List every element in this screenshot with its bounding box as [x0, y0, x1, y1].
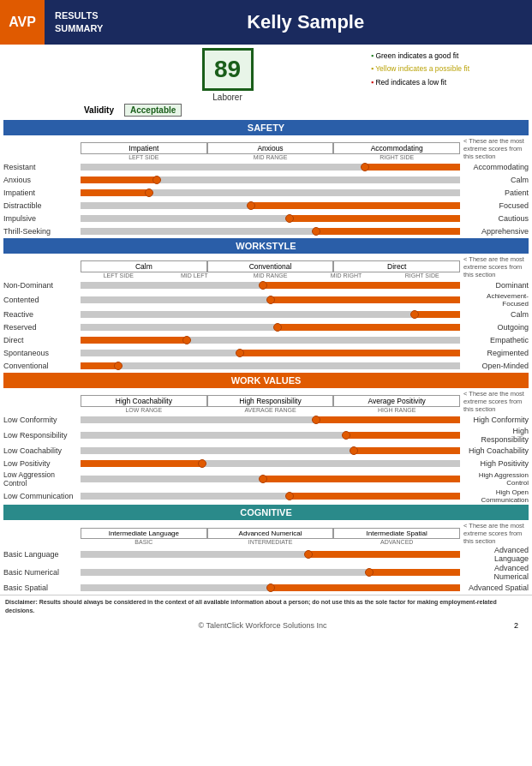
table-row: Low Aggression Control High Aggression C… — [3, 470, 529, 488]
table-row: Resistant Accommodating — [3, 161, 529, 173]
table-row: Reserved Outgoing — [3, 321, 529, 333]
workstyle-scale-1: Calm — [81, 260, 207, 272]
table-row: Reactive Calm — [3, 308, 529, 320]
candidate-name: Kelly Sample — [113, 11, 532, 33]
cognitive-traits: Basic Language Advanced Language Basic N… — [3, 546, 529, 594]
workstyle-scale-3: Direct — [333, 260, 460, 272]
trait-left-resistant: Resistant — [3, 163, 81, 171]
table-row: Impulsive Cautious — [3, 212, 529, 224]
table-row: Low Conformity High Conformity — [3, 414, 529, 426]
safety-sub-3: RIGHT SIDE — [333, 154, 460, 160]
table-row: Basic Spatial Advanced Spatial — [3, 582, 529, 594]
work-values-header: WORK VALUES — [3, 373, 529, 388]
wv-extreme-note: < These are the most extreme scores from… — [460, 390, 529, 413]
score-label: Laborer — [212, 93, 242, 102]
table-row: Basic Language Advanced Language — [3, 546, 529, 563]
wv-scale-2: High Responsibility — [207, 395, 334, 407]
legend-area: ▪ Green indicates a good fit ▪ Yellow in… — [371, 48, 525, 89]
workstyle-extreme-note: < These are the most extreme scores from… — [460, 255, 529, 278]
page-number: 2 — [392, 621, 525, 630]
table-row: Impatient Patient — [3, 187, 529, 199]
header: AVP RESULTS SUMMARY Kelly Sample — [0, 0, 532, 45]
safety-header: SAFETY — [3, 120, 529, 135]
disclaimer: Disclaimer: Results should always be con… — [0, 595, 532, 618]
safety-scale-row: Impatient Anxious Accommodating LEFT SID… — [3, 137, 529, 160]
workstyle-scale-row: Calm Conventional Direct LEFT SIDE MID L… — [3, 255, 529, 278]
legend-green: ▪ Green indicates a good fit — [371, 50, 525, 63]
workstyle-header: WORKSTYLE — [3, 238, 529, 254]
validity-area: Validity Acceptable — [0, 102, 532, 120]
validity-label: Validity — [84, 105, 114, 115]
trait-bar-resistant — [81, 161, 460, 173]
table-row: Low Positivity High Positivity — [3, 458, 529, 470]
wv-scale-1: High Coachability — [81, 395, 207, 407]
cog-scale-3: Intermediate Spatial — [333, 528, 460, 539]
safety-scale-2: Anxious — [207, 142, 334, 154]
table-row: Conventional Open-Minded — [3, 360, 529, 372]
table-row: Low Responsibility High Responsibility — [3, 427, 529, 444]
safety-extreme-note: < These are the most extreme scores from… — [460, 137, 529, 160]
safety-traits: Resistant Accommodating Anxious — [3, 161, 529, 237]
cognitive-header: COGNITIVE — [3, 505, 529, 520]
safety-sub-1: LEFT SIDE — [81, 154, 207, 160]
cog-scale-1: Intermediate Language — [81, 528, 207, 539]
table-row: Contented Achievement-Focused — [3, 292, 529, 308]
safety-sub-2: MID RANGE — [207, 154, 334, 160]
table-row: Non-Dominant Dominant — [3, 279, 529, 291]
work-values-traits: Low Conformity High Conformity Low Respo… — [3, 414, 529, 504]
wv-scale-3: Average Positivity — [333, 395, 460, 407]
main-content: SAFETY Impatient Anxious Accommodating L… — [0, 120, 532, 594]
table-row: Direct Empathetic — [3, 334, 529, 346]
app-container: AVP RESULTS SUMMARY Kelly Sample 89 Labo… — [0, 0, 532, 633]
trait-right-resistant: Accommodating — [460, 163, 529, 171]
workstyle-scale-2: Conventional — [207, 260, 334, 272]
table-row: Basic Numerical Advanced Numerical — [3, 564, 529, 581]
disclaimer-text: Disclaimer: Results should always be con… — [5, 599, 497, 613]
safety-scale-3: Accommodating — [333, 142, 460, 154]
table-row: Low Coachability High Coachability — [3, 445, 529, 457]
avp-logo: AVP — [0, 0, 45, 45]
table-row: Spontaneous Regimented — [3, 347, 529, 359]
safety-scale-1: Impatient — [81, 142, 207, 154]
legend-yellow: ▪ Yellow indicates a possible fit — [371, 63, 525, 75]
workstyle-traits: Non-Dominant Dominant Contented — [3, 279, 529, 372]
cog-scale-2: Advanced Numerical — [207, 528, 334, 539]
work-values-scale-row: High Coachability High Responsibility Av… — [3, 390, 529, 413]
legend-red: ▪ Red indicates a low fit — [371, 76, 525, 89]
results-label: RESULTS SUMMARY — [45, 9, 113, 36]
score-box: 89 — [202, 48, 254, 91]
table-row: Thrill-Seeking Apprehensive — [3, 225, 529, 237]
cognitive-scale-row: Intermediate Language Advanced Numerical… — [3, 522, 529, 545]
table-row: Low Communication High Open Communicatio… — [3, 488, 529, 504]
cog-extreme-note: < These are the most extreme scores from… — [460, 522, 529, 545]
validity-badge: Acceptable — [124, 104, 182, 117]
table-row: Distractible Focused — [3, 200, 529, 212]
copyright: © TalentClick Workforce Solutions Inc — [134, 619, 392, 631]
table-row: Anxious Calm — [3, 174, 529, 186]
